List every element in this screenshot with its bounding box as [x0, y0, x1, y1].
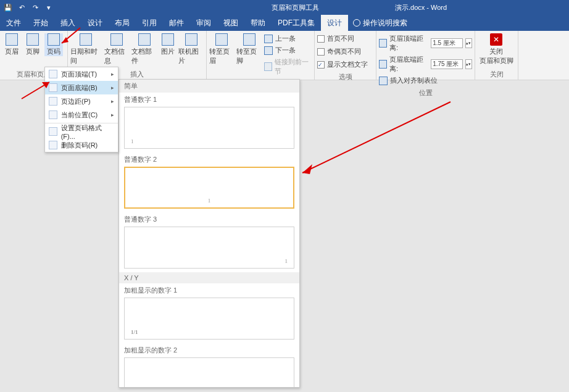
- group-label-options: 选项: [315, 72, 376, 81]
- annotation-arrow-icon: [296, 99, 457, 185]
- tab-insert[interactable]: 插入: [54, 15, 81, 31]
- tab-file[interactable]: 文件: [0, 15, 27, 31]
- date-time-button[interactable]: 日期和时间: [70, 33, 102, 65]
- current-pos-icon: [49, 111, 57, 119]
- menu-item-remove[interactable]: 删除页码(R): [45, 138, 118, 152]
- group-label-close: 关闭: [475, 70, 518, 80]
- page-top-icon: [49, 70, 57, 78]
- tab-icon: [379, 77, 388, 85]
- tab-references[interactable]: 引用: [136, 15, 163, 31]
- document-title: 演示.docx - Word: [395, 3, 447, 12]
- page-number-menu: 页面顶端(T)▸ 页面底端(B)▸ 页边距(P)▸ 当前位置(C)▸ 设置页码格…: [44, 67, 118, 152]
- menu-item-top[interactable]: 页面顶端(T)▸: [45, 67, 118, 81]
- tab-review[interactable]: 审阅: [190, 15, 217, 31]
- tab-help[interactable]: 帮助: [244, 15, 272, 31]
- save-icon[interactable]: 💾: [2, 2, 14, 13]
- tab-view[interactable]: 视图: [217, 15, 244, 31]
- gallery-header-xy: X / Y: [119, 272, 299, 283]
- tab-header-footer-design[interactable]: 设计: [321, 15, 348, 31]
- remove-icon: [49, 141, 57, 149]
- prev-icon: [264, 35, 273, 43]
- gallery-item-label: 加粗显示的数字 2: [119, 343, 299, 357]
- parts-icon: [138, 33, 151, 46]
- close-header-footer-button[interactable]: ✕关闭 页眉和页脚: [478, 33, 515, 65]
- footer-icon: [27, 33, 39, 46]
- page-number-button[interactable]: 页码: [44, 33, 63, 56]
- menu-item-format[interactable]: 设置页码格式(F)...: [45, 125, 118, 138]
- context-tab-title: 页眉和页脚工具: [272, 3, 319, 12]
- gallery-thumb-plain-2[interactable]: 1: [124, 167, 294, 209]
- menu-item-bottom[interactable]: 页面底端(B)▸: [45, 81, 118, 94]
- qat-dropdown-icon[interactable]: ▾: [43, 2, 54, 13]
- date-icon: [80, 33, 92, 46]
- tab-home[interactable]: 开始: [27, 15, 54, 31]
- page-bottom-icon: [49, 83, 57, 92]
- gallery-item-label: 加粗显示的数字 1: [119, 283, 299, 298]
- title-bar: 💾 ↶ ↷ ▾ 页眉和页脚工具 演示.docx - Word: [0, 0, 569, 15]
- svg-marker-5: [302, 164, 312, 174]
- header-top-icon: [379, 39, 387, 48]
- menu-bar: 文件 开始 插入 设计 布局 引用 邮件 审阅 视图 帮助 PDF工具集 设计 …: [0, 15, 569, 31]
- tab-layout[interactable]: 布局: [109, 15, 136, 31]
- group-label-position: 位置: [376, 88, 475, 98]
- gallery-header-simple: 简单: [119, 80, 299, 93]
- page-number-gallery: 简单 普通数字 1 1 普通数字 2 1 普通数字 3 1 X / Y 加粗显示…: [118, 79, 300, 388]
- online-picture-button[interactable]: 联机图片: [178, 33, 204, 65]
- chevron-right-icon: ▸: [111, 98, 114, 104]
- spin-icon[interactable]: ▴▾: [465, 59, 472, 69]
- bulb-icon: [353, 19, 360, 27]
- format-icon: [49, 127, 57, 136]
- gallery-thumb-plain-3[interactable]: 1: [124, 227, 294, 269]
- chevron-right-icon: ▸: [111, 71, 114, 77]
- picture-button[interactable]: 图片: [159, 33, 177, 56]
- gallery-item-label: 普通数字 3: [119, 212, 299, 227]
- header-bottom-input[interactable]: 1.75 厘米: [431, 59, 463, 69]
- gallery-thumb-plain-1[interactable]: 1: [124, 107, 294, 149]
- show-doc-text-checkbox[interactable]: 显示文档文字: [317, 59, 368, 70]
- goto-header-icon: [215, 33, 228, 46]
- undo-icon[interactable]: ↶: [16, 2, 27, 13]
- tab-mail[interactable]: 邮件: [163, 15, 190, 31]
- header-bottom-icon: [379, 60, 387, 69]
- menu-item-current[interactable]: 当前位置(C)▸: [45, 108, 118, 122]
- gallery-thumb-bold-2[interactable]: 1/1: [124, 357, 294, 388]
- page-number-icon: [48, 33, 60, 46]
- quick-parts-button[interactable]: 文档部件: [131, 33, 157, 65]
- next-button[interactable]: 下一条: [264, 45, 312, 56]
- chevron-right-icon: ▸: [111, 85, 114, 91]
- online-picture-icon: [185, 33, 197, 46]
- footer-button[interactable]: 页脚: [23, 33, 42, 56]
- header-icon: [6, 33, 18, 46]
- page-margin-icon: [49, 97, 57, 106]
- menu-item-margin[interactable]: 页边距(P)▸: [45, 94, 118, 108]
- link-icon: [264, 62, 272, 71]
- link-previous-button[interactable]: 链接到前一节: [264, 57, 312, 77]
- header-button[interactable]: 页眉: [2, 33, 21, 56]
- goto-footer-button[interactable]: 转至页脚: [236, 33, 261, 65]
- previous-button[interactable]: 上一条: [264, 33, 312, 44]
- svg-line-4: [302, 102, 451, 173]
- next-icon: [264, 46, 273, 55]
- chevron-right-icon: ▸: [111, 112, 114, 118]
- tab-pdf[interactable]: PDF工具集: [272, 15, 321, 31]
- odd-even-diff-checkbox[interactable]: 奇偶页不同: [317, 46, 361, 57]
- goto-footer-icon: [243, 33, 255, 46]
- align-tab-button[interactable]: 插入对齐制表位: [379, 75, 438, 86]
- header-top-input[interactable]: 1.5 厘米: [431, 38, 463, 48]
- gallery-item-label: 普通数字 1: [119, 93, 299, 107]
- doc-info-icon: [110, 33, 123, 46]
- redo-icon[interactable]: ↷: [30, 2, 41, 13]
- tab-design[interactable]: 设计: [81, 15, 109, 31]
- doc-info-button[interactable]: 文档信息: [104, 33, 130, 65]
- gallery-thumb-bold-1[interactable]: 1/1: [124, 298, 294, 340]
- gallery-item-label: 普通数字 2: [119, 152, 299, 167]
- tell-me-search[interactable]: 操作说明搜索: [348, 18, 412, 28]
- first-page-diff-checkbox[interactable]: 首页不同: [317, 33, 354, 44]
- picture-icon: [162, 33, 174, 46]
- spin-icon[interactable]: ▴▾: [465, 38, 472, 48]
- close-icon: ✕: [490, 33, 502, 46]
- goto-header-button[interactable]: 转至页眉: [209, 33, 234, 65]
